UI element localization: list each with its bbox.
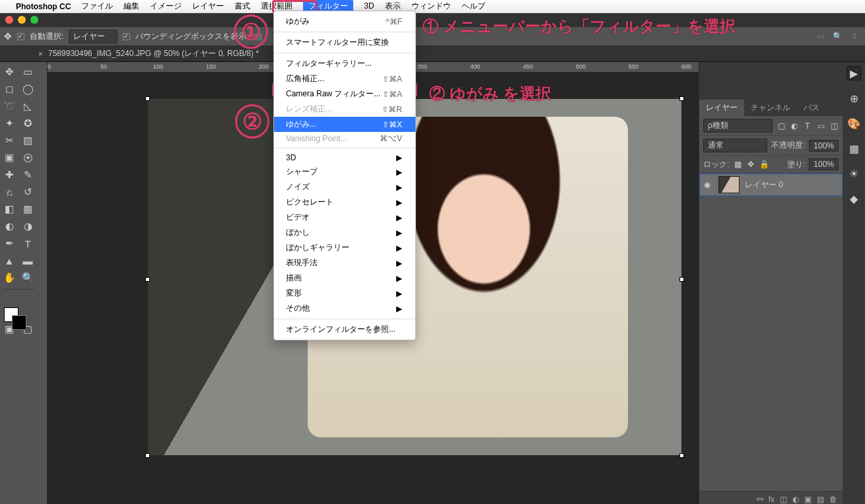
background-swatch[interactable]	[12, 315, 26, 330]
tab-channels[interactable]: チャンネル	[744, 100, 797, 116]
poly-lasso-icon[interactable]: ◺	[18, 98, 37, 115]
menu-item[interactable]: ゆがみ...⇧⌘X	[274, 117, 415, 132]
auto-select-target-select[interactable]: レイヤー	[69, 30, 118, 44]
close-window-icon[interactable]	[5, 16, 13, 24]
menubar-item[interactable]: ウィンドウ	[411, 1, 451, 11]
layer-item[interactable]: ◉ レイヤー 0	[699, 173, 843, 196]
adjustments-panel-icon[interactable]: ☀	[847, 166, 861, 181]
magic-wand-icon[interactable]: ✪	[18, 115, 37, 132]
auto-select-checkbox[interactable]	[17, 33, 24, 40]
menubar-item[interactable]: 選択範囲	[261, 1, 293, 11]
zoom-window-icon[interactable]	[30, 16, 38, 24]
menubar-item[interactable]: ヘルプ	[462, 1, 485, 11]
quick-select-icon[interactable]: ✦	[0, 115, 18, 132]
eyedropper-icon[interactable]: ⦿	[18, 149, 37, 166]
menu-item[interactable]: オンラインフィルターを参照...	[274, 322, 415, 337]
zoom-tool-icon[interactable]: 🔍	[18, 269, 37, 286]
menubar-item[interactable]: レイヤー	[192, 1, 224, 11]
menu-item[interactable]: 表現手法▶	[274, 255, 415, 270]
fx-icon[interactable]: fx	[769, 495, 775, 504]
play-icon[interactable]: ▶	[847, 66, 861, 80]
filter-smart-icon[interactable]: ◫	[829, 121, 839, 131]
color-panel-icon[interactable]: 🎨	[847, 116, 861, 131]
menubar-item[interactable]: 書式	[234, 1, 250, 11]
lasso-tool-icon[interactable]: ➰	[0, 98, 18, 115]
clone-stamp-icon[interactable]: ⎌	[0, 183, 18, 201]
gradient-tool-icon[interactable]: ▦	[18, 201, 37, 218]
mask-icon[interactable]: ◫	[780, 495, 787, 504]
menu-item[interactable]: ピクセレート▶	[274, 195, 415, 210]
color-swatches[interactable]	[0, 307, 37, 334]
transform-handle[interactable]	[145, 453, 150, 458]
menu-item[interactable]: シャープ▶	[274, 164, 415, 179]
menubar-item[interactable]: 表示	[385, 1, 401, 11]
menubar-item[interactable]: 編集	[123, 1, 139, 11]
cc-libraries-icon[interactable]: ⊕	[847, 91, 861, 106]
filter-adjust-icon[interactable]: ◐	[790, 121, 799, 131]
fill-value[interactable]: 100%	[809, 158, 839, 170]
lock-position-icon[interactable]: ✥	[746, 160, 755, 169]
transform-handle[interactable]	[679, 96, 684, 101]
filter-type-icon[interactable]: T	[803, 121, 812, 131]
menu-item[interactable]: ぼかしギャラリー▶	[274, 240, 415, 255]
swatches-panel-icon[interactable]: ▦	[847, 141, 861, 156]
spot-heal-icon[interactable]: ✚	[0, 166, 18, 183]
transform-handle[interactable]	[679, 453, 684, 458]
hand-tool-icon[interactable]: ✋	[0, 269, 18, 286]
new-layer-icon[interactable]: ▤	[817, 495, 824, 504]
link-layers-icon[interactable]: ⚯	[757, 495, 763, 504]
minimize-window-icon[interactable]	[18, 16, 26, 24]
menu-item[interactable]: 描画▶	[274, 270, 415, 286]
menu-item[interactable]: 変形▶	[274, 286, 415, 301]
layers-panel-icon[interactable]: ◆	[847, 191, 861, 206]
frame-tool-icon[interactable]: ▣	[0, 149, 18, 166]
lock-pixels-icon[interactable]: ▦	[733, 160, 742, 169]
menubar-item[interactable]: ファイル	[81, 1, 113, 11]
bounding-box-checkbox[interactable]	[123, 33, 130, 40]
visibility-icon[interactable]: ◉	[704, 180, 713, 189]
tab-layers[interactable]: レイヤー	[699, 100, 744, 116]
group-icon[interactable]: ▣	[804, 495, 812, 504]
move-tool-icon[interactable]: ✥	[0, 63, 18, 80]
layer-thumbnail[interactable]	[718, 176, 740, 193]
document-tab-title[interactable]: 7589930496_IMG_5240.JPG @ 50% (レイヤー 0, R…	[48, 48, 259, 59]
menu-item[interactable]: フィルターギャラリー...	[274, 56, 415, 71]
menu-item[interactable]: ビデオ▶	[274, 210, 415, 225]
history-brush-icon[interactable]: ↺	[18, 183, 37, 201]
menu-item[interactable]: その他▶	[274, 301, 415, 316]
lock-all-icon[interactable]: 🔒	[759, 160, 769, 169]
transform-handle[interactable]	[145, 277, 150, 282]
menu-item[interactable]: Camera Raw フィルター...⇧⌘A	[274, 86, 415, 102]
blend-mode-select[interactable]: 通常	[703, 139, 767, 152]
adjustment-layer-icon[interactable]: ◐	[792, 495, 799, 504]
menu-item[interactable]: 3D▶	[274, 151, 415, 164]
type-tool-icon[interactable]: T	[18, 235, 37, 252]
menubar-item[interactable]: イメージ	[150, 1, 182, 11]
opacity-value[interactable]: 100%	[809, 140, 839, 152]
trash-icon[interactable]: 🗑	[829, 495, 837, 504]
crop-tool-icon[interactable]: ✂	[0, 132, 18, 149]
search-icon[interactable]: 🔍	[831, 30, 844, 43]
dodge-tool-icon[interactable]: ◑	[18, 218, 37, 235]
filter-shape-icon[interactable]: ▭	[816, 121, 825, 131]
close-tab-icon[interactable]: ×	[38, 49, 43, 59]
artboard-tool-icon[interactable]: ▭	[18, 63, 37, 80]
menu-item[interactable]: スマートフィルター用に変換	[274, 35, 415, 50]
menubar-item[interactable]: 3D	[364, 1, 374, 11]
eraser-tool-icon[interactable]: ◧	[0, 201, 18, 218]
path-select-icon[interactable]: ▲	[0, 252, 18, 269]
workspace-switcher-icon[interactable]: ▭	[813, 30, 827, 43]
menu-item[interactable]: 広角補正...⇧⌘A	[274, 71, 415, 86]
filter-image-icon[interactable]: ▢	[777, 121, 786, 131]
ellipse-marquee-icon[interactable]: ◯	[18, 80, 37, 98]
layer-kind-filter[interactable]: ρ種類	[703, 119, 773, 133]
pen-tool-icon[interactable]: ✒	[0, 235, 18, 252]
shape-tool-icon[interactable]: ▬	[18, 252, 37, 269]
share-icon[interactable]: ⇪	[848, 30, 861, 43]
marquee-tool-icon[interactable]: ◻	[0, 80, 18, 98]
transform-handle[interactable]	[679, 277, 684, 282]
transform-handle[interactable]	[145, 96, 150, 101]
menu-item[interactable]: ぼかし▶	[274, 225, 415, 240]
menu-item[interactable]: ゆがみ^⌘F	[274, 14, 415, 29]
brush-tool-icon[interactable]: ✎	[18, 166, 37, 183]
